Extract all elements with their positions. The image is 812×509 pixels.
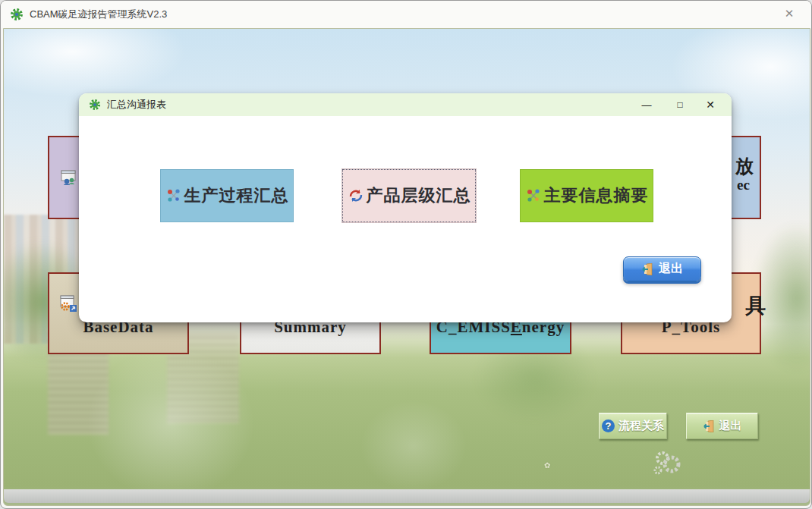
bg-button-label-fragment: 具: [745, 292, 766, 319]
bokeh-decoration: [87, 347, 254, 499]
main-exit-button[interactable]: 退出: [686, 413, 758, 439]
exit-door-icon: [703, 420, 716, 432]
dialog-maximize-button[interactable]: □: [663, 93, 697, 116]
window-close-button[interactable]: ✕: [773, 2, 805, 25]
main-exit-label: 退出: [719, 419, 742, 433]
road-band-decoration: [4, 489, 810, 503]
main-titlebar: CBAM碳足迹报告管理系统V2.3 ✕: [1, 1, 811, 28]
summary-report-dialog: 汇总沟通报表 — □ ✕ 生产过程汇总: [79, 93, 732, 322]
dialog-button-label: 产品层级汇总: [367, 184, 471, 207]
gear-decoration: [649, 448, 688, 478]
dialog-titlebar: 汇总沟通报表 — □ ✕: [79, 93, 732, 116]
product-level-summary-button[interactable]: 产品层级汇总: [342, 169, 476, 222]
molecule-icon: [525, 187, 542, 204]
bokeh-decoration: [360, 401, 467, 492]
app-gear-icon: [10, 8, 24, 21]
molecule-icon: [165, 187, 182, 204]
app-window: CBAM碳足迹报告管理系统V2.3 ✕ ✿ ✿: [0, 0, 812, 509]
key-info-summary-button[interactable]: 主要信息摘要: [520, 169, 653, 222]
dialog-exit-label: 退出: [659, 261, 683, 277]
dialog-minimize-button[interactable]: —: [630, 93, 663, 116]
production-process-summary-button[interactable]: 生产过程汇总: [160, 169, 294, 222]
dialog-title: 汇总沟通报表: [107, 98, 166, 112]
dialog-gear-icon: [89, 99, 101, 111]
window-people-icon: [60, 169, 77, 187]
dialog-exit-button[interactable]: 退出: [623, 256, 701, 281]
window-title: CBAM碳足迹报告管理系统V2.3: [30, 8, 167, 21]
process-relation-button[interactable]: ? 流程关系: [599, 413, 667, 439]
flower-decoration: ✿: [544, 461, 550, 470]
bg-button-label-fragment: ec: [737, 177, 750, 193]
question-icon: ?: [602, 419, 615, 432]
process-relation-label: 流程关系: [618, 419, 664, 433]
bg-button-label-fragment: 放: [735, 154, 754, 178]
exit-door-icon: [641, 263, 654, 275]
dialog-button-label: 主要信息摘要: [544, 184, 649, 207]
cloud-decoration: [3, 28, 186, 97]
sync-chart-icon: [348, 187, 364, 204]
dialog-button-label: 生产过程汇总: [184, 184, 289, 207]
dialog-close-button[interactable]: ✕: [694, 93, 727, 116]
window-gear-icon: [59, 294, 77, 313]
